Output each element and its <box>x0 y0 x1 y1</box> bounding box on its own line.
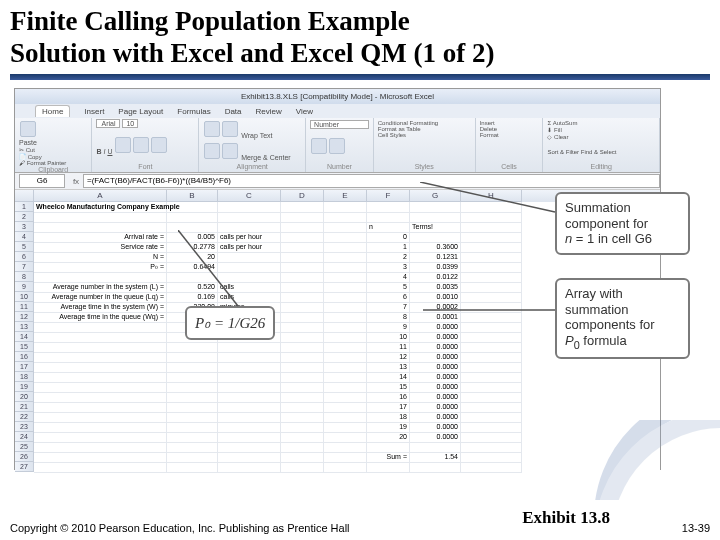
number-format[interactable]: Number <box>310 120 369 129</box>
slide-title: Finite Calling Population Example Soluti… <box>10 5 495 70</box>
row-19: 19150.0000 <box>15 382 660 392</box>
row-22: 22180.0000 <box>15 412 660 422</box>
row-17: 17130.0000 <box>15 362 660 372</box>
row-header-24[interactable]: 24 <box>15 432 34 442</box>
cell-G27[interactable] <box>410 462 461 473</box>
row-header-22[interactable]: 22 <box>15 412 34 422</box>
row-header-4[interactable]: 4 <box>15 232 34 242</box>
row-header-1[interactable]: 1 <box>15 202 34 212</box>
cut-btn[interactable]: ✂ Cut <box>19 146 87 153</box>
grp-alignment: Alignment <box>203 163 301 170</box>
col-header-H[interactable]: H <box>461 190 522 202</box>
callout-summation: Summation component for n n = 1 in cell … <box>555 192 690 255</box>
wrap-btn[interactable]: Wrap Text <box>241 132 272 139</box>
row-header-18[interactable]: 18 <box>15 372 34 382</box>
tab-review[interactable]: Review <box>256 107 282 116</box>
cell-D27[interactable] <box>281 462 324 473</box>
grp-number: Number <box>310 163 369 170</box>
tab-formulas[interactable]: Formulas <box>177 107 210 116</box>
col-header-D[interactable]: D <box>281 190 324 202</box>
grp-cells: Cells <box>480 163 539 170</box>
cell-C27[interactable] <box>218 462 281 473</box>
row-header-23[interactable]: 23 <box>15 422 34 432</box>
grp-editing: Editing <box>547 163 655 170</box>
col-header-C[interactable]: C <box>218 190 281 202</box>
cell-E27[interactable] <box>324 462 367 473</box>
name-box[interactable]: G6 <box>19 174 65 188</box>
ribbon: Paste ✂ Cut 📄 Copy 🖌 Format Painter Clip… <box>15 118 660 173</box>
row-header-16[interactable]: 16 <box>15 352 34 362</box>
row-header-15[interactable]: 15 <box>15 342 34 352</box>
align-icon-3[interactable] <box>204 143 220 159</box>
bold-btn[interactable]: B <box>96 148 101 155</box>
col-header-B[interactable]: B <box>167 190 218 202</box>
align-icon-4[interactable] <box>222 143 238 159</box>
row-header-20[interactable]: 20 <box>15 392 34 402</box>
col-header-E[interactable]: E <box>324 190 367 202</box>
row-header-17[interactable]: 17 <box>15 362 34 372</box>
cell-F27[interactable] <box>367 462 410 473</box>
font-size[interactable]: 10 <box>122 119 138 128</box>
border-icon[interactable] <box>115 137 131 153</box>
row-header-12[interactable]: 12 <box>15 312 34 322</box>
tab-home[interactable]: Home <box>35 105 70 117</box>
title-line-1: Finite Calling Population Example <box>10 6 410 36</box>
formula-bar: G6 fx =(FACT(B6)/FACT(B6-F6))*((B4/B5)^F… <box>15 173 660 190</box>
merge-btn[interactable]: Merge & Center <box>241 154 290 161</box>
row-header-26[interactable]: 26 <box>15 452 34 462</box>
copy-btn[interactable]: 📄 Copy <box>19 153 87 160</box>
row-header-9[interactable]: 9 <box>15 282 34 292</box>
row-24: 24200.0000 <box>15 432 660 442</box>
tab-data[interactable]: Data <box>225 107 242 116</box>
row-header-27[interactable]: 27 <box>15 462 34 472</box>
row-header-5[interactable]: 5 <box>15 242 34 252</box>
col-header-corner[interactable] <box>15 190 34 202</box>
percent-icon[interactable] <box>329 138 345 154</box>
row-header-2[interactable]: 2 <box>15 212 34 222</box>
row-header-7[interactable]: 7 <box>15 262 34 272</box>
row-header-14[interactable]: 14 <box>15 332 34 342</box>
font-color-icon[interactable] <box>151 137 167 153</box>
row-21: 21170.0000 <box>15 402 660 412</box>
row-header-6[interactable]: 6 <box>15 252 34 262</box>
grp-styles: Styles <box>378 163 471 170</box>
cell-A27[interactable] <box>34 462 167 473</box>
align-icon-2[interactable] <box>222 121 238 137</box>
tab-insert[interactable]: Insert <box>84 107 104 116</box>
row-header-13[interactable]: 13 <box>15 322 34 332</box>
tab-page-layout[interactable]: Page Layout <box>118 107 163 116</box>
row-header-19[interactable]: 19 <box>15 382 34 392</box>
col-header-A[interactable]: A <box>34 190 167 202</box>
formula-content[interactable]: =(FACT(B6)/FACT(B6-F6))*((B4/B5)^F6) <box>83 174 660 188</box>
font-name[interactable]: Arial <box>96 119 120 128</box>
cell-H27[interactable] <box>461 462 522 473</box>
currency-icon[interactable] <box>311 138 327 154</box>
window-title: Exhibit13.8.XLS [Compatibility Mode] - M… <box>15 89 660 104</box>
fx-icon[interactable]: fx <box>69 177 83 186</box>
title-underline <box>10 74 710 80</box>
row-header-11[interactable]: 11 <box>15 302 34 312</box>
row-header-21[interactable]: 21 <box>15 402 34 412</box>
row-header-10[interactable]: 10 <box>15 292 34 302</box>
italic-btn[interactable]: I <box>103 148 105 155</box>
align-icon[interactable] <box>204 121 220 137</box>
sort-btn[interactable]: Sort & Filter <box>547 149 579 155</box>
cell-B27[interactable] <box>167 462 218 473</box>
tab-view[interactable]: View <box>296 107 313 116</box>
page-number: 13-39 <box>682 522 710 534</box>
row-25: 25 <box>15 442 660 452</box>
fill-btn[interactable]: ⬇ Fill <box>547 126 655 133</box>
format-btn[interactable]: Format <box>480 132 539 138</box>
cell-styles-btn[interactable]: Cell Styles <box>378 132 471 138</box>
col-header-G[interactable]: G <box>410 190 461 202</box>
decorative-swoosh <box>570 420 720 500</box>
paste-icon[interactable] <box>20 121 36 137</box>
row-header-3[interactable]: 3 <box>15 222 34 232</box>
row-header-8[interactable]: 8 <box>15 272 34 282</box>
find-btn[interactable]: Find & Select <box>581 149 617 155</box>
clear-btn[interactable]: ◇ Clear <box>547 133 655 140</box>
fill-color-icon[interactable] <box>133 137 149 153</box>
row-header-25[interactable]: 25 <box>15 442 34 452</box>
underline-btn[interactable]: U <box>107 148 112 155</box>
col-header-F[interactable]: F <box>367 190 410 202</box>
